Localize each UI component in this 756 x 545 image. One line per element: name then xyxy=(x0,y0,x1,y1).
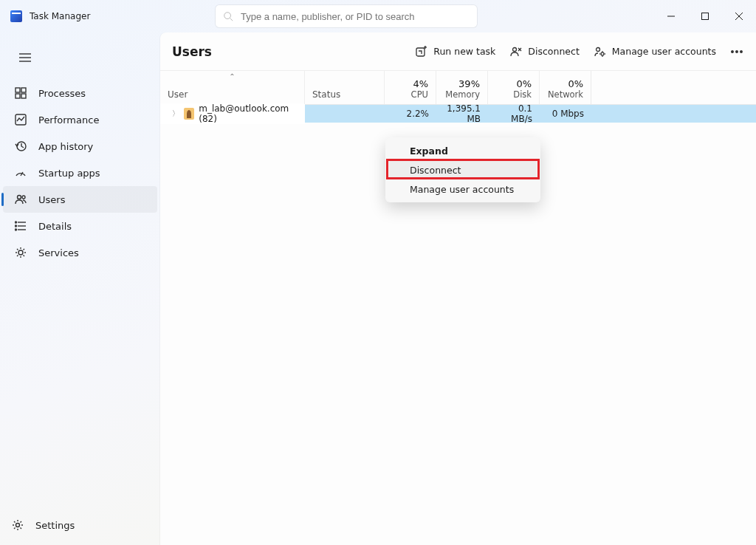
svg-point-23 xyxy=(16,229,17,230)
hamburger-menu-button[interactable] xyxy=(13,46,37,69)
window-title: Task Manager xyxy=(30,11,90,21)
user-cell[interactable]: 〉 m_lab@outlook.com (82) xyxy=(160,103,305,124)
svg-point-17 xyxy=(22,196,25,199)
column-percent: 4% xyxy=(413,78,428,89)
svg-point-21 xyxy=(16,222,17,223)
window-controls xyxy=(654,0,756,32)
svg-point-29 xyxy=(513,47,517,51)
more-options-button[interactable] xyxy=(724,39,750,64)
gear-icon xyxy=(13,247,28,258)
sidebar-item-services[interactable]: Services xyxy=(3,239,157,266)
settings-label: Settings xyxy=(35,520,75,531)
run-task-icon xyxy=(416,46,427,58)
minimize-button[interactable] xyxy=(654,0,688,32)
svg-point-36 xyxy=(740,50,743,52)
manage-users-icon xyxy=(594,46,606,58)
sidebar-item-label: Startup apps xyxy=(38,168,100,179)
column-header-network[interactable]: 0% Network xyxy=(540,71,591,104)
svg-point-25 xyxy=(16,524,20,527)
context-menu: Expand Disconnect Manage user accounts xyxy=(385,137,540,202)
column-header-memory[interactable]: 39% Memory xyxy=(436,71,488,104)
sidebar-item-processes[interactable]: Processes xyxy=(3,80,157,106)
sidebar-item-label: App history xyxy=(38,141,93,152)
run-new-task-button[interactable]: Run new task xyxy=(408,39,503,64)
task-manager-app-icon xyxy=(10,10,22,22)
sidebar-item-startup-apps[interactable]: Startup apps xyxy=(3,160,157,186)
svg-rect-11 xyxy=(16,94,20,98)
search-icon xyxy=(223,11,233,21)
user-row[interactable]: 〉 m_lab@outlook.com (82) 2.2% 1,395.1 MB… xyxy=(160,105,756,123)
svg-line-1 xyxy=(230,18,233,21)
expand-chevron-icon[interactable]: 〉 xyxy=(172,109,179,119)
disk-cell: 0.1 MB/s xyxy=(488,103,540,124)
performance-icon xyxy=(13,114,28,126)
svg-rect-10 xyxy=(21,88,26,92)
toolbar-label: Disconnect xyxy=(528,46,579,57)
svg-point-35 xyxy=(736,50,738,52)
column-label: Status xyxy=(312,89,377,100)
svg-point-32 xyxy=(596,47,599,51)
column-label: Disk xyxy=(513,89,532,100)
column-header-disk[interactable]: 0% Disk xyxy=(488,71,540,104)
column-label: User xyxy=(168,89,297,100)
cpu-cell: 2.2% xyxy=(385,109,436,119)
column-header-status[interactable]: Status xyxy=(305,71,385,104)
column-percent: 39% xyxy=(458,78,480,89)
sidebar-item-details[interactable]: Details xyxy=(3,213,157,239)
svg-point-33 xyxy=(601,52,604,55)
sidebar-item-settings[interactable]: Settings xyxy=(0,510,160,541)
column-percent: 0% xyxy=(516,78,532,89)
users-icon xyxy=(13,193,28,205)
page-header: Users Run new task Disconnect Manage use… xyxy=(160,32,756,71)
user-avatar-icon xyxy=(184,108,194,120)
titlebar: Task Manager xyxy=(0,0,756,32)
svg-point-24 xyxy=(18,250,23,255)
column-headers: ⌃ User Status 4% CPU 39% Memory 0% Disk … xyxy=(160,71,756,105)
column-percent: 0% xyxy=(568,78,583,89)
page-title: Users xyxy=(172,44,212,59)
sidebar-item-label: Processes xyxy=(38,88,86,99)
svg-rect-9 xyxy=(16,88,20,92)
context-menu-item-manage[interactable]: Manage user accounts xyxy=(389,179,537,199)
sidebar-item-users[interactable]: Users xyxy=(3,186,157,213)
close-button[interactable] xyxy=(722,0,756,32)
svg-point-34 xyxy=(732,50,734,52)
memory-cell: 1,395.1 MB xyxy=(436,103,488,124)
gauge-icon xyxy=(13,167,28,179)
context-menu-item-disconnect[interactable]: Disconnect xyxy=(389,160,537,179)
svg-rect-12 xyxy=(21,94,26,98)
main-panel: Users Run new task Disconnect Manage use… xyxy=(160,32,756,545)
column-label: Memory xyxy=(445,89,480,100)
search-input[interactable] xyxy=(241,11,470,22)
user-name: m_lab@outlook.com (82) xyxy=(199,103,298,124)
sidebar: Processes Performance App history Startu… xyxy=(0,32,160,545)
svg-rect-3 xyxy=(702,13,709,20)
column-label: Network xyxy=(548,89,583,100)
list-icon xyxy=(13,220,28,232)
column-label: CPU xyxy=(411,89,428,100)
search-box[interactable] xyxy=(216,5,477,27)
column-header-cpu[interactable]: 4% CPU xyxy=(385,71,436,104)
svg-point-0 xyxy=(224,13,231,19)
network-cell: 0 Mbps xyxy=(540,109,591,119)
manage-user-accounts-button[interactable]: Manage user accounts xyxy=(587,39,724,64)
column-header-user[interactable]: ⌃ User xyxy=(160,71,305,104)
sidebar-item-label: Details xyxy=(38,221,72,232)
settings-gear-icon xyxy=(10,519,25,531)
maximize-button[interactable] xyxy=(688,0,722,32)
history-icon xyxy=(13,140,28,152)
disconnect-button[interactable]: Disconnect xyxy=(503,39,586,64)
sidebar-item-label: Performance xyxy=(38,114,99,126)
sidebar-item-label: Users xyxy=(38,194,65,205)
svg-point-16 xyxy=(18,196,21,199)
more-horizontal-icon xyxy=(731,46,743,58)
svg-point-22 xyxy=(16,225,17,227)
sidebar-item-app-history[interactable]: App history xyxy=(3,133,157,160)
disconnect-user-icon xyxy=(510,46,522,58)
toolbar-label: Run new task xyxy=(433,46,495,57)
svg-rect-26 xyxy=(416,48,425,56)
context-menu-item-expand[interactable]: Expand xyxy=(389,141,537,160)
sidebar-item-performance[interactable]: Performance xyxy=(3,106,157,133)
toolbar-label: Manage user accounts xyxy=(612,46,716,57)
sidebar-item-label: Services xyxy=(38,247,79,258)
